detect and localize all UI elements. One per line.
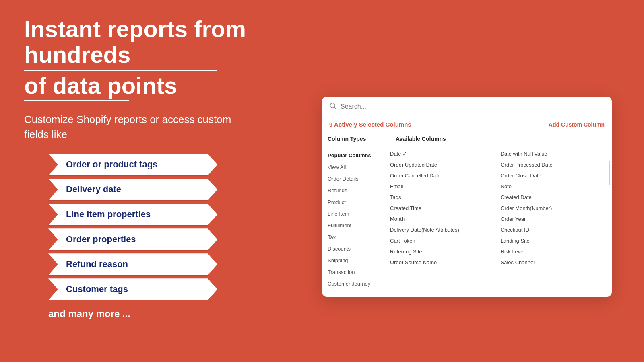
chevron-label-delivery-date: Delivery date	[66, 184, 121, 194]
chevron-shape-order-properties: Order properties	[48, 228, 217, 250]
nav-view-all[interactable]: View All	[322, 161, 384, 173]
column-order-year[interactable]: Order Year	[501, 215, 607, 223]
available-columns-area: Date ✓ Date with Null Value Order Update…	[384, 144, 612, 297]
column-order-close-date[interactable]: Order Close Date	[501, 171, 607, 180]
headline-line2: of data points	[24, 73, 266, 99]
nav-discounts[interactable]: Discounts	[322, 243, 384, 255]
scrollbar[interactable]	[609, 161, 610, 185]
available-columns-header: Available Columns	[390, 136, 446, 142]
add-custom-column-button[interactable]: Add Custom Column	[549, 121, 605, 128]
search-icon	[329, 102, 336, 111]
chevron-shape-line-item: Line item properties	[48, 204, 217, 225]
chevron-shape-refund-reason: Refund reason	[48, 253, 217, 275]
chevron-shape-customer-tags: Customer tags	[48, 278, 217, 300]
search-bar[interactable]	[322, 97, 612, 117]
column-selector-panel: 9 Actively Selected Columns Add Custom C…	[322, 97, 612, 297]
column-email[interactable]: Email	[390, 182, 496, 191]
column-order-cancelled-date[interactable]: Order Cancelled Date	[390, 171, 496, 180]
column-landing-site[interactable]: Landing Site	[501, 237, 607, 245]
column-note[interactable]: Note	[501, 182, 607, 191]
column-nav: Popular Columns View All Order Details R…	[322, 144, 384, 297]
nav-transaction[interactable]: Transaction	[322, 266, 384, 278]
chevron-label-customer-tags: Customer tags	[66, 284, 128, 294]
chevron-label-order-properties: Order properties	[66, 234, 136, 244]
subtitle: Customize Shopify reports or access cust…	[24, 112, 233, 142]
nav-fulfillment[interactable]: Fulfillment	[322, 220, 384, 231]
nav-customer-journey[interactable]: Customer Journey	[322, 278, 384, 290]
chevron-shape-order-product-tags: Order or product tags	[48, 154, 217, 175]
column-date[interactable]: Date ✓	[390, 150, 496, 158]
column-tags[interactable]: Tags	[390, 193, 496, 202]
available-columns-grid: Date ✓ Date with Null Value Order Update…	[390, 150, 606, 267]
column-created-date[interactable]: Created Date	[501, 193, 607, 202]
nav-order-details[interactable]: Order Details	[322, 173, 384, 185]
column-types-header: Column Types	[328, 136, 390, 142]
nav-popular-columns[interactable]: Popular Columns	[322, 150, 384, 161]
column-referring-site[interactable]: Referring Site	[390, 247, 496, 256]
and-more-text: and many more ...	[48, 308, 620, 319]
column-sales-channel[interactable]: Sales Channel	[501, 258, 607, 267]
nav-refunds[interactable]: Refunds	[322, 185, 384, 196]
headline-line1: Instant reports from hundreds	[24, 16, 266, 68]
column-order-month-number[interactable]: Order Month(Number)	[501, 204, 607, 212]
chevron-label-order-product-tags: Order or product tags	[66, 159, 157, 169]
nav-shipping[interactable]: Shipping	[322, 255, 384, 266]
chevron-label-line-item: Line item properties	[66, 209, 151, 219]
column-order-processed-date[interactable]: Order Processed Date	[501, 160, 607, 169]
nav-tax[interactable]: Tax	[322, 231, 384, 243]
headline2-underline	[24, 100, 129, 101]
nav-line-item[interactable]: Line Item	[322, 208, 384, 220]
chevron-label-refund-reason: Refund reason	[66, 259, 128, 269]
column-order-source-name[interactable]: Order Source Name	[390, 258, 496, 267]
column-checkout-id[interactable]: Checkout ID	[501, 226, 607, 234]
headline-underline	[24, 70, 217, 71]
panel-meta-row: 9 Actively Selected Columns Add Custom C…	[322, 117, 612, 132]
column-delivery-date[interactable]: Delivery Date(Note Attributes)	[390, 226, 496, 234]
chevron-shape-delivery-date: Delivery date	[48, 179, 217, 200]
column-cart-token[interactable]: Cart Token	[390, 237, 496, 245]
column-container: Popular Columns View All Order Details R…	[322, 144, 612, 297]
check-mark: Date ✓	[390, 151, 407, 157]
svg-line-1	[334, 107, 335, 108]
column-order-updated-date[interactable]: Order Updated Date	[390, 160, 496, 169]
nav-product[interactable]: Product	[322, 196, 384, 208]
selected-count-label: 9 Actively Selected Columns	[329, 121, 411, 128]
columns-header-row: Column Types Available Columns	[322, 132, 612, 144]
column-risk-level[interactable]: Risk Level	[501, 247, 607, 256]
column-month[interactable]: Month	[390, 215, 496, 223]
search-input[interactable]	[341, 103, 605, 110]
main-container: Instant reports from hundreds of data po…	[0, 0, 644, 362]
column-date-null[interactable]: Date with Null Value	[501, 150, 607, 158]
column-created-time[interactable]: Created Time	[390, 204, 496, 212]
